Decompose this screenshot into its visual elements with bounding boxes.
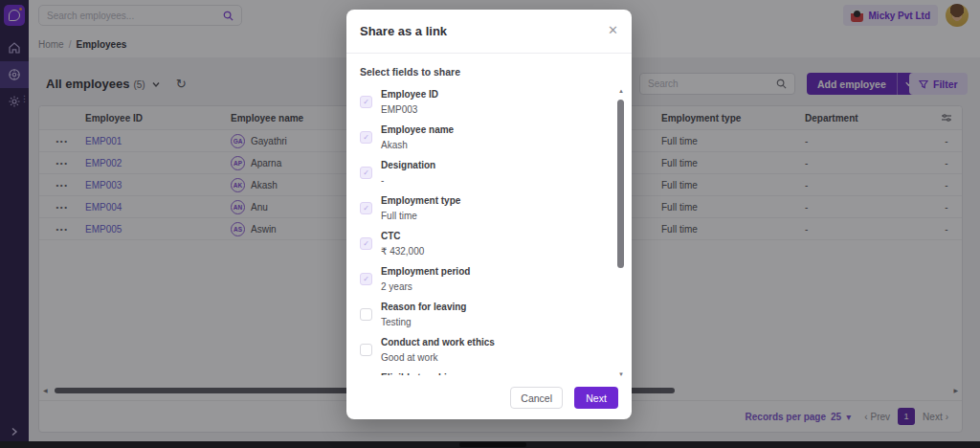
share-field-item: ✓ Designation - bbox=[360, 159, 607, 187]
share-fields-list: ✓ Employee ID EMP003 ✓ Employee name Aka… bbox=[360, 88, 607, 375]
modal-scrollbar: ▲ ▼ bbox=[617, 92, 625, 371]
field-text: CTC ₹ 432,000 bbox=[381, 230, 424, 258]
field-label: Employee ID bbox=[381, 88, 438, 101]
share-field-item: ✓ CTC ₹ 432,000 bbox=[360, 230, 607, 258]
check-icon: ✓ bbox=[363, 276, 369, 283]
field-label: Designation bbox=[381, 159, 435, 171]
next-button[interactable]: Next bbox=[574, 387, 618, 409]
field-value: Full time bbox=[381, 210, 460, 222]
field-label: Reason for leaving bbox=[381, 301, 466, 313]
field-checkbox[interactable]: ✓ bbox=[360, 167, 372, 179]
check-icon: ✓ bbox=[363, 169, 369, 177]
field-text: Employment period 2 years bbox=[381, 265, 470, 293]
field-value: - bbox=[381, 174, 435, 187]
check-icon: ✓ bbox=[363, 99, 369, 106]
app-page: Micky Pvt Ltd Home / Employees ⋮ bbox=[0, 0, 980, 448]
modal-scroll-thumb[interactable] bbox=[617, 100, 624, 268]
field-text: Employee ID EMP003 bbox=[381, 88, 438, 116]
field-text: Eligible to rehire Yes bbox=[381, 371, 456, 375]
scroll-up-icon[interactable]: ▲ bbox=[618, 88, 624, 94]
field-value: Testing bbox=[381, 316, 466, 328]
field-label: Conduct and work ethics bbox=[381, 336, 495, 348]
modal-header: Share as a link ✕ bbox=[346, 10, 632, 54]
share-field-item: ✓ Reason for leaving Testing bbox=[360, 301, 607, 328]
share-field-item: ✓ Employment type Full time bbox=[360, 194, 607, 222]
close-icon[interactable]: ✕ bbox=[608, 24, 618, 36]
field-value: 2 years bbox=[381, 280, 470, 293]
field-value: Good at work bbox=[381, 351, 495, 364]
cancel-button[interactable]: Cancel bbox=[510, 387, 563, 409]
field-text: Conduct and work ethics Good at work bbox=[381, 336, 495, 364]
share-link-modal: Share as a link ✕ Select fields to share… bbox=[346, 10, 632, 419]
field-label: Employee name bbox=[381, 123, 454, 136]
field-checkbox[interactable]: ✓ bbox=[360, 344, 372, 356]
field-checkbox[interactable]: ✓ bbox=[360, 96, 372, 108]
field-value: ₹ 432,000 bbox=[381, 245, 424, 258]
modal-title: Share as a link bbox=[360, 24, 447, 38]
field-value: Akash bbox=[381, 139, 454, 151]
field-text: Employee name Akash bbox=[381, 123, 454, 151]
check-icon: ✓ bbox=[363, 205, 369, 213]
field-checkbox[interactable]: ✓ bbox=[360, 308, 372, 321]
field-label: Employment type bbox=[381, 194, 460, 207]
field-label: CTC bbox=[381, 230, 424, 242]
share-field-item: ✓ Conduct and work ethics Good at work bbox=[360, 336, 607, 364]
check-icon: ✓ bbox=[363, 240, 369, 248]
field-label: Employment period bbox=[381, 265, 470, 278]
field-checkbox[interactable]: ✓ bbox=[360, 273, 372, 285]
field-text: Employment type Full time bbox=[381, 194, 460, 222]
field-checkbox[interactable]: ✓ bbox=[360, 237, 372, 250]
field-label: Eligible to rehire bbox=[381, 371, 456, 375]
modal-subtitle: Select fields to share bbox=[360, 66, 618, 78]
share-field-item: ✓ Eligible to rehire Yes bbox=[360, 371, 607, 375]
field-text: Reason for leaving Testing bbox=[381, 301, 466, 328]
field-value: EMP003 bbox=[381, 103, 438, 116]
modal-footer: Cancel Next bbox=[510, 387, 618, 409]
field-text: Designation - bbox=[381, 159, 435, 187]
share-field-item: ✓ Employee name Akash bbox=[360, 123, 607, 151]
check-icon: ✓ bbox=[363, 134, 369, 142]
field-checkbox[interactable]: ✓ bbox=[360, 202, 372, 214]
field-checkbox[interactable]: ✓ bbox=[360, 131, 372, 144]
scroll-down-icon[interactable]: ▼ bbox=[618, 371, 624, 377]
share-field-item: ✓ Employee ID EMP003 bbox=[360, 88, 607, 116]
share-field-item: ✓ Employment period 2 years bbox=[360, 265, 607, 293]
